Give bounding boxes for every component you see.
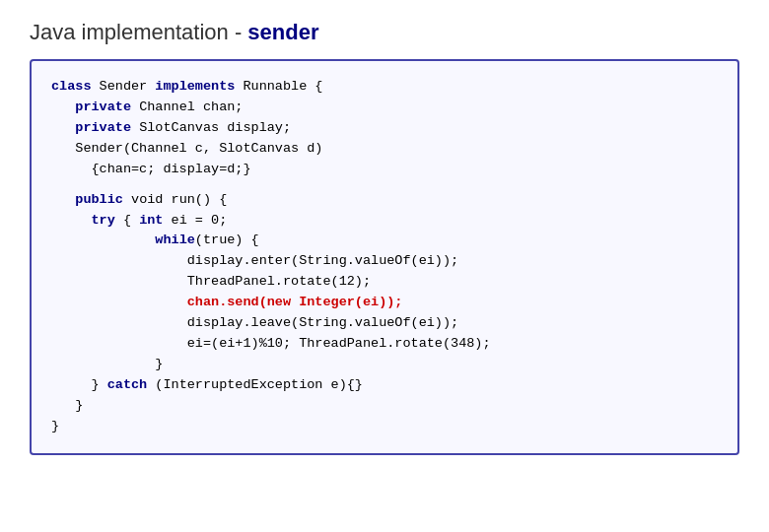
code-line: display.leave(String.valueOf(ei)); <box>51 313 718 334</box>
code-block: class Sender implements Runnable { priva… <box>30 59 739 455</box>
code-line: } <box>51 396 718 417</box>
code-line: display.enter(String.valueOf(ei)); <box>51 251 718 272</box>
code-line: private SlotCanvas display; <box>51 118 718 139</box>
code-line: class Sender implements Runnable { <box>51 77 718 98</box>
code-line: while(true) { <box>51 231 718 251</box>
page: Java implementation - sender class Sende… <box>0 0 769 532</box>
code-line: } <box>51 355 718 375</box>
page-title: Java implementation - sender <box>30 20 739 45</box>
title-bold: sender <box>247 20 318 44</box>
code-line: ei=(ei+1)%10; ThreadPanel.rotate(348); <box>51 334 718 355</box>
code-line: {chan=c; display=d;} <box>51 160 718 180</box>
code-line: ThreadPanel.rotate(12); <box>51 272 718 293</box>
code-line: chan.send(new Integer(ei)); <box>51 293 718 313</box>
title-prefix: Java implementation - <box>30 20 247 44</box>
code-line: private Channel chan; <box>51 98 718 118</box>
code-line: try { int ei = 0; <box>51 211 718 232</box>
code-line: } catch (InterruptedException e){} <box>51 375 718 396</box>
code-line: public void run() { <box>51 190 718 211</box>
code-line: } <box>51 417 718 437</box>
code-line: Sender(Channel c, SlotCanvas d) <box>51 139 718 160</box>
